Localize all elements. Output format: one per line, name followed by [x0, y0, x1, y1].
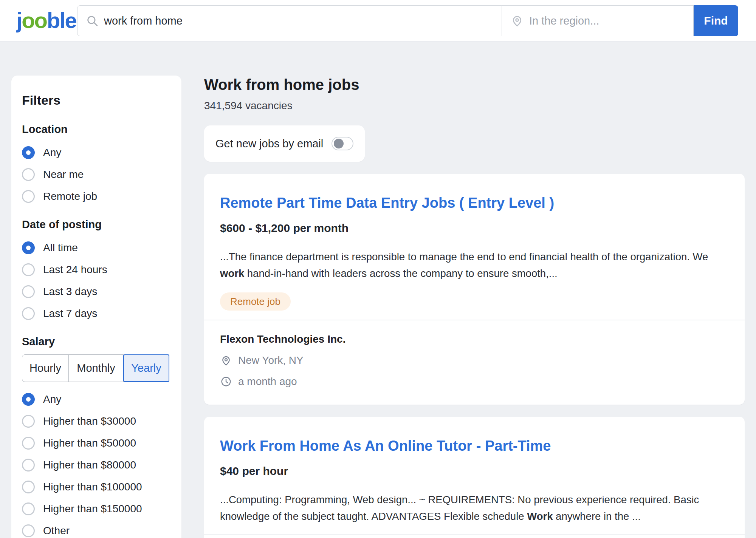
jooble-logo[interactable]: jooble — [16, 8, 76, 32]
salary-period-tabs: Hourly Monthly Yearly — [22, 354, 170, 382]
radio-date-all-time[interactable]: All time — [22, 240, 170, 255]
logo-part: oo — [22, 8, 47, 32]
radio-salary-any[interactable]: Any — [22, 392, 170, 407]
job-description: ...Computing: Programming, Web design...… — [220, 492, 729, 525]
remote-job-tag: Remote job — [220, 292, 291, 311]
radio-label: Near me — [43, 169, 84, 181]
radio-label: Other — [43, 525, 70, 537]
logo-part: j — [16, 8, 22, 32]
filters-panel: Filters Location Any Near me Remote job … — [11, 76, 181, 538]
radio-label: Last 24 hours — [43, 264, 107, 276]
search-bar: Find — [77, 5, 738, 36]
job-description-text: anywhere in the ... — [553, 510, 640, 522]
find-button[interactable]: Find — [694, 5, 738, 36]
location-options: Any Near me Remote job — [22, 145, 170, 204]
job-title-link[interactable]: Work From Home As An Online Tutor - Part… — [220, 437, 729, 455]
job-description-highlight: work — [220, 267, 244, 279]
radio-icon — [22, 168, 35, 181]
radio-salary-80000[interactable]: Higher than $80000 — [22, 458, 170, 473]
job-posted-row: a month ago — [220, 376, 729, 388]
radio-location-remote-job[interactable]: Remote job — [22, 189, 170, 204]
search-input[interactable] — [104, 15, 494, 27]
clock-icon — [220, 376, 232, 388]
date-of-posting-heading: Date of posting — [22, 218, 170, 231]
search-icon — [86, 14, 99, 27]
company-name: Flexon Technologies Inc. — [220, 332, 729, 346]
logo-part: ble — [47, 8, 76, 32]
radio-label: Higher than $30000 — [43, 415, 136, 427]
region-search-field — [502, 5, 694, 36]
salary-heading: Salary — [22, 335, 170, 348]
radio-icon — [22, 285, 35, 298]
radio-salary-100000[interactable]: Higher than $100000 — [22, 479, 170, 495]
radio-label: Any — [43, 147, 61, 159]
job-location: New York, NY — [238, 354, 304, 366]
radio-salary-30000[interactable]: Higher than $30000 — [22, 414, 170, 429]
job-description-text: ...The finance department is responsible… — [220, 251, 708, 263]
radio-salary-50000[interactable]: Higher than $50000 — [22, 436, 170, 451]
tab-yearly[interactable]: Yearly — [123, 354, 169, 382]
radio-icon — [22, 481, 35, 493]
job-tags: Remote job — [220, 292, 729, 311]
radio-salary-150000[interactable]: Higher than $150000 — [22, 501, 170, 516]
radio-label: Higher than $100000 — [43, 481, 142, 493]
location-heading: Location — [22, 122, 170, 136]
results-area: Work from home jobs 341,594 vacancies Ge… — [204, 76, 745, 538]
radio-date-last-3-days[interactable]: Last 3 days — [22, 284, 170, 299]
radio-label: Any — [43, 393, 61, 405]
job-salary: $40 per hour — [220, 464, 729, 478]
job-description-highlight: Work — [527, 510, 553, 522]
vacancies-count: 341,594 vacancies — [204, 99, 745, 113]
top-header: jooble Find — [0, 0, 756, 42]
radio-icon — [22, 437, 35, 450]
card-divider — [204, 534, 745, 535]
filters-title: Filters — [22, 92, 170, 108]
card-divider — [204, 320, 745, 320]
radio-label: Last 3 days — [43, 286, 97, 298]
radio-location-near-me[interactable]: Near me — [22, 167, 170, 182]
location-pin-icon — [510, 14, 524, 28]
radio-date-last-24-hours[interactable]: Last 24 hours — [22, 262, 170, 277]
job-card: Work From Home As An Online Tutor - Part… — [204, 417, 745, 538]
radio-label: All time — [43, 242, 78, 254]
radio-label: Higher than $80000 — [43, 459, 136, 471]
radio-icon — [22, 502, 35, 515]
tab-hourly[interactable]: Hourly — [22, 354, 69, 382]
radio-icon — [22, 307, 35, 320]
job-description-text: hand-in-hand with leaders across the com… — [244, 267, 558, 279]
radio-icon — [22, 524, 35, 537]
job-location-row: New York, NY — [220, 354, 729, 366]
job-description: ...The finance department is responsible… — [220, 249, 729, 282]
radio-checked-icon — [22, 393, 35, 406]
job-salary: $600 - $1,200 per month — [220, 221, 729, 235]
radio-icon — [22, 415, 35, 428]
radio-label: Higher than $50000 — [43, 437, 136, 449]
tab-monthly[interactable]: Monthly — [68, 354, 124, 382]
toggle-knob — [334, 139, 344, 148]
email-subscribe-toggle[interactable] — [332, 137, 353, 150]
job-card: Remote Part Time Data Entry Jobs ( Entry… — [204, 174, 745, 405]
radio-label: Last 7 days — [43, 308, 97, 320]
date-of-posting-options: All time Last 24 hours Last 3 days Last … — [22, 240, 170, 321]
email-subscribe-card: Get new jobs by email — [204, 125, 365, 162]
radio-icon — [22, 459, 35, 472]
radio-checked-icon — [22, 146, 35, 159]
radio-location-any[interactable]: Any — [22, 145, 170, 160]
location-pin-icon — [220, 354, 232, 366]
radio-checked-icon — [22, 241, 35, 254]
radio-salary-other[interactable]: Other — [22, 523, 170, 538]
keyword-search-field — [77, 5, 502, 36]
email-subscribe-label: Get new jobs by email — [215, 138, 323, 150]
region-input[interactable] — [529, 15, 686, 27]
salary-options: Any Higher than $30000 Higher than $5000… — [22, 392, 170, 538]
radio-label: Remote job — [43, 190, 97, 203]
radio-icon — [22, 263, 35, 276]
job-title-link[interactable]: Remote Part Time Data Entry Jobs ( Entry… — [220, 194, 729, 212]
job-posted: a month ago — [238, 376, 297, 388]
radio-icon — [22, 190, 35, 203]
radio-date-last-7-days[interactable]: Last 7 days — [22, 306, 170, 321]
radio-label: Higher than $150000 — [43, 503, 142, 515]
page-title: Work from home jobs — [204, 76, 745, 94]
